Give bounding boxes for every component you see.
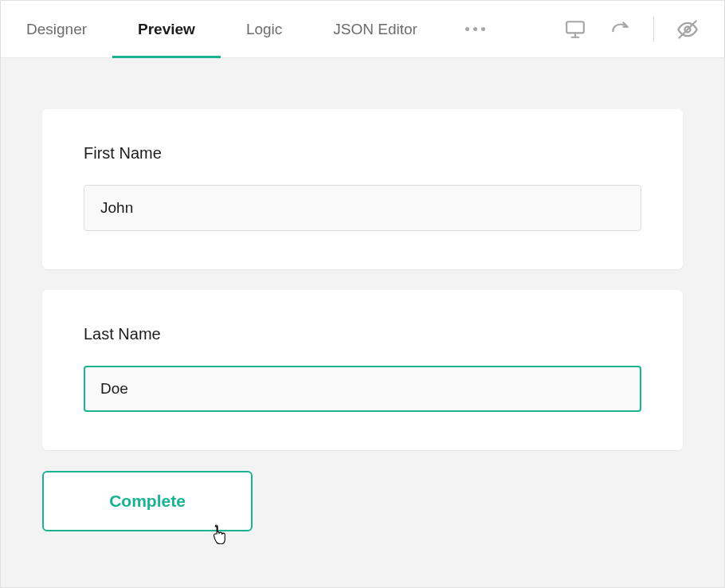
tab-logic[interactable]: Logic — [221, 1, 308, 57]
ellipsis-icon — [465, 27, 485, 31]
tab-bar: Designer Preview Logic JSON Editor — [1, 1, 724, 58]
first-name-input[interactable] — [84, 185, 641, 231]
question-card-last-name: Last Name — [42, 290, 683, 450]
tab-label: Preview — [138, 21, 195, 38]
tab-designer[interactable]: Designer — [1, 1, 112, 57]
visibility-toggle-button[interactable] — [676, 18, 699, 41]
first-name-label: First Name — [84, 144, 641, 163]
divider — [653, 17, 654, 42]
svg-rect-0 — [566, 22, 584, 33]
preview-canvas: First Name Last Name Complete — [1, 58, 724, 587]
tab-preview[interactable]: Preview — [112, 1, 221, 57]
complete-button-label: Complete — [109, 492, 186, 511]
device-preview-button[interactable] — [564, 18, 586, 41]
tab-more-button[interactable] — [443, 1, 507, 57]
last-name-input[interactable] — [84, 366, 641, 412]
redo-arrow-icon — [609, 19, 630, 40]
toolbar — [564, 1, 705, 57]
tabs: Designer Preview Logic JSON Editor — [1, 1, 507, 57]
question-card-first-name: First Name — [42, 109, 683, 269]
complete-button[interactable]: Complete — [42, 471, 253, 531]
tab-json-editor[interactable]: JSON Editor — [308, 1, 443, 57]
tab-label: Logic — [246, 21, 282, 38]
tab-label: Designer — [26, 21, 87, 38]
eye-off-icon — [676, 18, 699, 41]
last-name-label: Last Name — [84, 325, 641, 343]
desktop-icon — [565, 19, 586, 40]
redo-button[interactable] — [609, 18, 631, 41]
tab-label: JSON Editor — [333, 21, 417, 38]
